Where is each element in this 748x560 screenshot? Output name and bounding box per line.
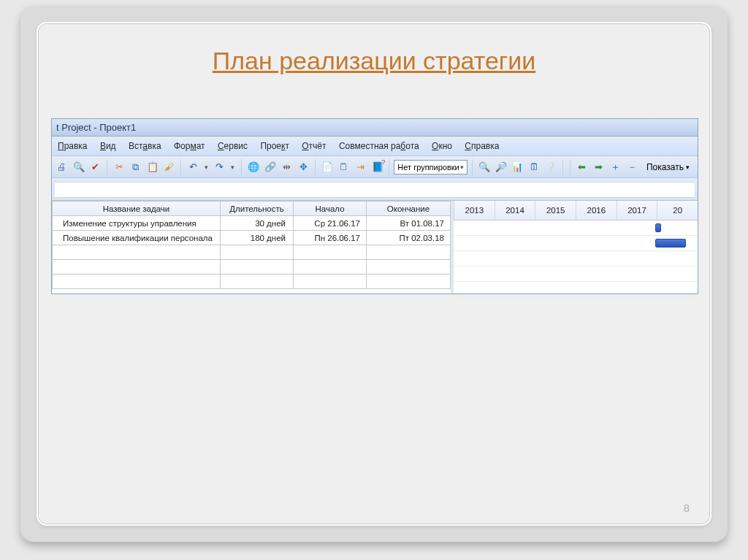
table-row[interactable]	[53, 245, 451, 260]
indent-icon[interactable]: ➡	[592, 159, 606, 175]
cell-duration[interactable]: 180 дней	[221, 231, 294, 245]
cell-finish[interactable]: Пт 02.03.18	[367, 231, 451, 245]
task-info-icon[interactable]: 📄	[320, 159, 335, 175]
outdent-icon[interactable]: ⬅	[575, 159, 589, 175]
entry-field[interactable]	[55, 182, 695, 198]
help-icon[interactable]: 📘?	[370, 159, 385, 175]
menu-edit[interactable]: Правка	[58, 141, 88, 151]
toolbar-separator	[315, 159, 316, 175]
menu-help[interactable]: Справка	[465, 141, 499, 151]
ms-project-window: t Project - Проект1 Правка Вид Вставка Ф…	[51, 118, 698, 294]
menu-insert[interactable]: Вставка	[129, 141, 161, 151]
menu-format[interactable]: Формат	[174, 141, 205, 151]
redo-dropdown-icon[interactable]: ▾	[229, 164, 237, 171]
split-task-icon[interactable]: ✥	[297, 159, 311, 175]
question-icon[interactable]: ❔	[543, 159, 558, 175]
redo-icon[interactable]: ↷	[213, 159, 227, 175]
year-col: 2013	[454, 201, 495, 220]
show-button-label: Показать	[646, 162, 684, 172]
header-row: Название задачи Длительность Начало Окон…	[53, 202, 451, 216]
paste-icon[interactable]: 📋	[145, 159, 160, 175]
toolbar-separator	[241, 159, 242, 175]
toolbar-separator	[107, 159, 107, 175]
menu-project[interactable]: Проект	[260, 141, 289, 151]
gantt-row	[454, 282, 698, 297]
link-tasks-icon[interactable]: 🔗	[263, 159, 278, 175]
undo-dropdown-icon[interactable]: ▾	[202, 164, 210, 171]
col-start[interactable]: Начало	[294, 202, 367, 216]
cut-icon[interactable]: ✂	[112, 159, 126, 175]
copy-icon[interactable]: ⧉	[129, 159, 143, 175]
toolbar-separator	[472, 159, 473, 175]
slide-title: План реализации стратегии	[38, 47, 710, 75]
gantt-body	[454, 220, 698, 294]
toolbar-separator	[562, 159, 563, 175]
table-row[interactable]	[53, 260, 451, 275]
gantt-row	[454, 266, 698, 282]
toolbar: 🖨 🔍 ✔ ✂ ⧉ 📋 🖌 ↶ ▾ ↷ ▾ 🌐 🔗 ⇹ ✥ 📄	[52, 156, 698, 178]
task-notes-icon[interactable]: 🗒	[337, 159, 351, 175]
gantt-bar[interactable]	[655, 239, 686, 248]
gantt-bar[interactable]	[655, 223, 661, 232]
entry-bar	[52, 178, 698, 200]
year-col: 2015	[535, 201, 576, 220]
cell-duration[interactable]: 30 дней	[221, 216, 294, 231]
col-task[interactable]: Название задачи	[53, 202, 221, 216]
gantt-row	[454, 220, 698, 236]
unlink-tasks-icon[interactable]: ⇹	[280, 159, 294, 175]
table-row[interactable]	[53, 275, 451, 289]
group-by-value: Нет группировки	[397, 163, 459, 172]
zoom-out-icon[interactable]: 🔎	[494, 159, 508, 175]
format-painter-icon[interactable]: 🖌	[162, 159, 177, 175]
expand-icon[interactable]: ＋	[608, 159, 622, 175]
year-col: 2017	[617, 201, 657, 220]
content-split: Название задачи Длительность Начало Окон…	[52, 200, 698, 294]
slide-frame-inner: План реализации стратегии t Project - Пр…	[37, 22, 711, 526]
gantt-view-icon[interactable]: 📊	[511, 159, 525, 175]
cell-start[interactable]: Ср 21.06.17	[294, 216, 367, 231]
show-button[interactable]: Показать ▾	[641, 159, 695, 175]
year-col: 2016	[576, 201, 617, 220]
page-number: 8	[684, 502, 690, 514]
cell-task[interactable]: Изменение структуры управления	[53, 216, 221, 231]
cell-task[interactable]: Повышение квалификации персонала	[53, 231, 221, 245]
menu-window[interactable]: Окно	[432, 141, 452, 151]
gantt-timescale: 2013 2014 2015 2016 2017 20	[454, 201, 698, 220]
print-icon[interactable]: 🖨	[55, 159, 69, 175]
menu-view[interactable]: Вид	[100, 141, 116, 151]
table-row[interactable]: Изменение структуры управления 30 дней С…	[53, 216, 451, 231]
year-col: 20	[657, 201, 698, 220]
undo-icon[interactable]: ↶	[186, 159, 200, 175]
toolbar-separator	[389, 159, 389, 175]
menu-bar: Правка Вид Вставка Формат Сервис Проект …	[52, 137, 698, 156]
group-by-combo[interactable]: Нет группировки ▾	[394, 160, 468, 174]
cell-start[interactable]: Пн 26.06.17	[294, 231, 367, 245]
title-bar: t Project - Проект1	[52, 119, 698, 137]
year-col: 2014	[495, 201, 535, 220]
toolbar-separator	[180, 159, 181, 175]
col-duration[interactable]: Длительность	[221, 202, 294, 216]
spellcheck-icon[interactable]: ✔	[88, 159, 103, 175]
print-preview-icon[interactable]: 🔍	[72, 159, 86, 175]
hyperlink-icon[interactable]: 🌐	[246, 159, 261, 175]
menu-collab[interactable]: Совместная работа	[339, 141, 419, 151]
window-title: t Project - Проект1	[56, 122, 136, 133]
task-grid: Название задачи Длительность Начало Окон…	[52, 201, 454, 294]
table-row[interactable]: Повышение квалификации персонала 180 дне…	[53, 231, 451, 245]
collapse-icon[interactable]: －	[625, 159, 639, 175]
menu-report[interactable]: Отчёт	[302, 141, 326, 151]
menu-tools[interactable]: Сервис	[218, 141, 248, 151]
chevron-down-icon: ▾	[460, 164, 464, 171]
toolbar-separator	[570, 159, 570, 175]
chevron-down-icon: ▾	[686, 164, 690, 171]
gantt-row	[454, 236, 698, 251]
calendar-icon[interactable]: 🗓	[527, 159, 541, 175]
gantt-row	[454, 251, 698, 266]
col-finish[interactable]: Окончание	[367, 202, 451, 216]
gantt-chart: 2013 2014 2015 2016 2017 20	[454, 201, 698, 294]
zoom-in-icon[interactable]: 🔍	[477, 159, 492, 175]
goto-task-icon[interactable]: ⇥	[354, 159, 368, 175]
cell-finish[interactable]: Вт 01.08.17	[367, 216, 451, 231]
slide-frame-outer: План реализации стратегии t Project - Пр…	[20, 6, 728, 542]
